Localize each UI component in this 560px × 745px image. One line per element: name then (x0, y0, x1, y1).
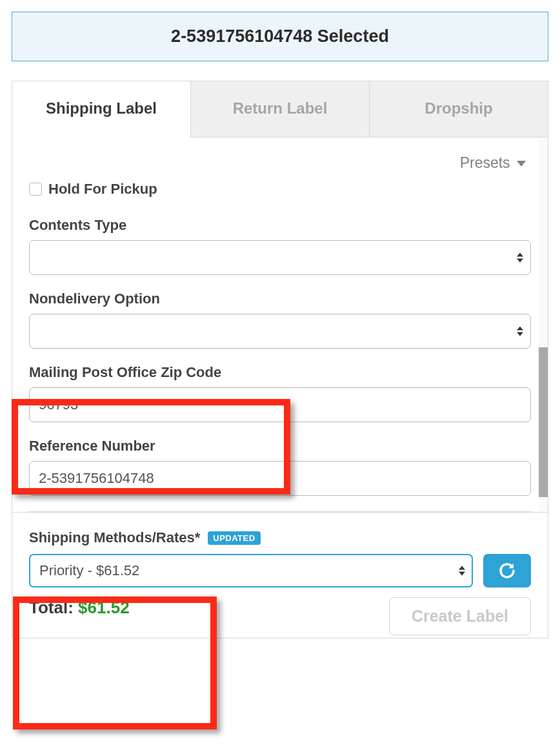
hold-for-pickup-checkbox[interactable] (29, 183, 42, 196)
updated-badge: UPDATED (208, 531, 260, 545)
tab-label: Return Label (233, 99, 328, 117)
rate-row (29, 554, 531, 587)
reference-number-label: Reference Number (29, 438, 531, 454)
divider (29, 511, 531, 512)
create-label-button-text: Create Label (412, 607, 508, 625)
contents-type-select[interactable] (29, 240, 531, 275)
scrollbar-track[interactable] (539, 138, 548, 512)
hold-for-pickup-row[interactable]: Hold For Pickup (29, 181, 531, 198)
presets-dropdown[interactable]: Presets (29, 150, 531, 181)
tab-dropship[interactable]: Dropship (370, 81, 548, 137)
total-label: Total: (29, 598, 78, 617)
tab-label: Dropship (425, 99, 492, 117)
form-scroll-area: Presets Hold For Pickup Contents Type No… (12, 138, 548, 512)
selection-banner: 2-5391756104748 Selected (12, 12, 548, 61)
shipping-method-select[interactable] (29, 554, 473, 587)
shipping-methods-label-row: Shipping Methods/Rates* UPDATED (29, 529, 531, 546)
scrollbar-thumb[interactable] (539, 347, 548, 497)
contents-type-label: Contents Type (29, 217, 531, 234)
contents-type-field: Contents Type (29, 217, 531, 275)
shipping-methods-label: Shipping Methods/Rates* (29, 529, 200, 546)
label-panel: Shipping Label Return Label Dropship Pre… (12, 81, 548, 638)
rates-section: Shipping Methods/Rates* UPDATED Total: $… (12, 512, 548, 638)
hold-for-pickup-label: Hold For Pickup (48, 181, 157, 198)
selection-banner-text: 2-5391756104748 Selected (171, 26, 389, 46)
tab-shipping-label[interactable]: Shipping Label (12, 81, 191, 138)
nondelivery-label: Nondelivery Option (29, 291, 531, 307)
mailing-zip-label: Mailing Post Office Zip Code (29, 364, 531, 381)
reference-number-input[interactable] (29, 461, 531, 496)
tab-bar: Shipping Label Return Label Dropship (12, 81, 548, 138)
refresh-rates-button[interactable] (483, 554, 531, 587)
create-label-button[interactable]: Create Label (389, 597, 531, 635)
caret-down-icon (517, 161, 526, 167)
tab-return-label[interactable]: Return Label (191, 81, 370, 137)
mailing-zip-field: Mailing Post Office Zip Code (29, 364, 531, 422)
refresh-icon (497, 561, 517, 580)
reference-number-field: Reference Number (29, 438, 531, 496)
presets-label: Presets (460, 154, 510, 171)
nondelivery-select[interactable] (29, 314, 531, 349)
mailing-zip-input[interactable] (29, 387, 531, 422)
total-amount: $61.52 (78, 598, 130, 617)
tab-label: Shipping Label (46, 99, 157, 117)
nondelivery-field: Nondelivery Option (29, 291, 531, 349)
